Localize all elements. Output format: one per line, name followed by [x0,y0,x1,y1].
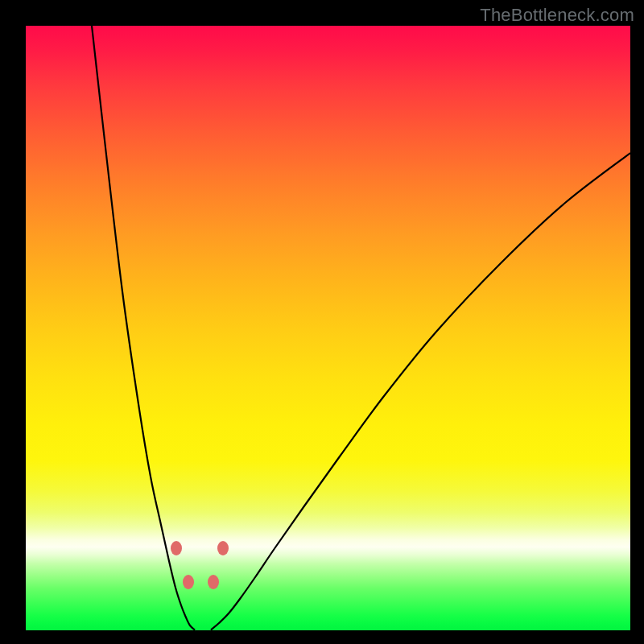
bottleneck-curve [26,26,630,630]
marker-dot [171,541,182,555]
curve-left [92,26,195,630]
marker-dot [208,575,219,589]
marker-dot [217,541,229,555]
marker-dot [183,575,194,589]
plot-area [26,26,630,630]
curve-right [211,153,630,630]
watermark-text: TheBottleneck.com [480,5,634,26]
chart-frame: TheBottleneck.com [0,0,644,644]
